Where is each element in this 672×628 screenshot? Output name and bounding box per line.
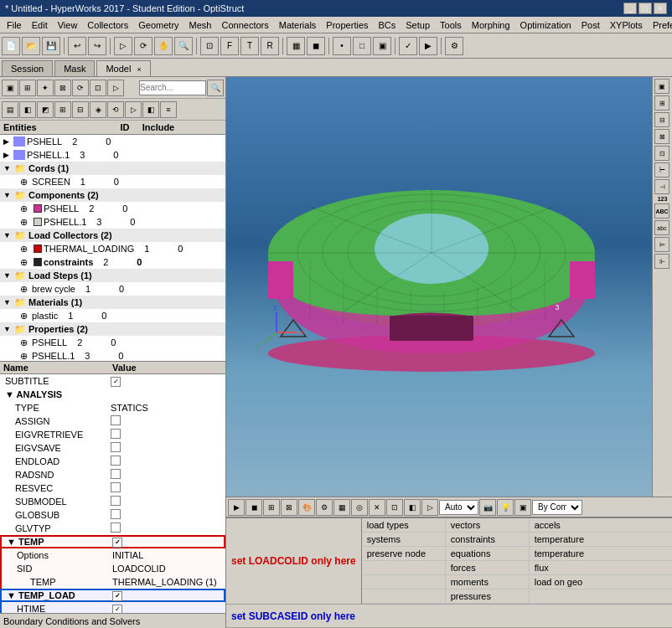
vbt-btn-10[interactable]: ⊡	[386, 499, 403, 516]
nv-row-temp-load[interactable]: ▼ TEMP_LOAD ✓	[0, 589, 225, 602]
popup-cell-2-2[interactable]: constraints	[446, 533, 530, 546]
popup-cell-4-2[interactable]: forces	[446, 561, 530, 574]
toolbar-check[interactable]: ✓	[399, 37, 417, 55]
popup-cell-3-2[interactable]: equations	[446, 547, 530, 560]
menu-collectors[interactable]: Collectors	[82, 18, 133, 32]
rt-btn-5[interactable]: ⊡	[654, 146, 669, 161]
sec-btn-expand[interactable]: ▷	[107, 80, 124, 96]
vbt-btn-9[interactable]: ✕	[369, 499, 385, 516]
popup-cell-5-3[interactable]: load on geo	[530, 575, 613, 589]
expand-icon-ls[interactable]: ▼	[3, 271, 13, 280]
tab-mask[interactable]: Mask	[54, 60, 95, 76]
vbt-btn-8[interactable]: ◎	[351, 499, 368, 516]
sec-btn-1[interactable]: ▣	[2, 80, 18, 96]
tree-row-properties[interactable]: ▼ 📁 Properties (2)	[0, 322, 225, 336]
vbt-btn-cam[interactable]: 📷	[479, 499, 496, 516]
toolbar-new[interactable]: 📄	[2, 37, 20, 55]
nv-row-submodel[interactable]: SUBMODEL	[0, 495, 225, 508]
popup-cell-6-1[interactable]	[362, 589, 446, 603]
toolbar-select[interactable]: ▷	[114, 37, 132, 55]
tree-row-thermal[interactable]: ⊕ THERMAL_LOADING 1 0	[0, 242, 225, 255]
toolbar-rotate[interactable]: ⟳	[134, 37, 152, 55]
nv-row-temp[interactable]: ▼ TEMP ✓	[0, 535, 225, 548]
toolbar-front[interactable]: F	[220, 37, 239, 55]
vbt-btn-11[interactable]: ◧	[404, 499, 421, 516]
menu-properties[interactable]: Properties	[321, 18, 373, 32]
sec-btn-5[interactable]: ⟳	[72, 80, 89, 96]
vbt-btn-1[interactable]: ▶	[228, 499, 245, 516]
tab-session[interactable]: Session	[2, 60, 53, 76]
menu-preferences[interactable]: Preferences	[648, 18, 672, 32]
menu-materials[interactable]: Materials	[274, 18, 322, 32]
rt-btn-6[interactable]: ⊢	[654, 162, 669, 178]
vbt-btn-light[interactable]: 💡	[497, 499, 514, 516]
nv-row-glvtyp[interactable]: GLVTYP	[0, 522, 225, 535]
tree-row-plastic[interactable]: ⊕ plastic 1 0	[0, 309, 225, 322]
popup-cell-1-3[interactable]: accels	[530, 518, 613, 532]
vbt-btn-12[interactable]: ▷	[421, 499, 438, 516]
expand-icon-mat[interactable]: ▼	[3, 298, 13, 306]
sec-btn-6[interactable]: ⊡	[90, 80, 106, 96]
menu-file[interactable]: File	[2, 18, 27, 32]
expand-icon-props[interactable]: ▼	[3, 325, 13, 333]
tree-row-constraints[interactable]: ⊕ constraints 2 0	[0, 255, 225, 269]
vbt-btn-6[interactable]: ⚙	[316, 499, 333, 516]
popup-cell-2-3[interactable]: temperature	[530, 533, 613, 546]
menu-post[interactable]: Post	[576, 18, 605, 32]
tab-model[interactable]: Model ×	[96, 60, 150, 76]
popup-cell-1-2[interactable]: vectors	[446, 518, 530, 532]
sec2-btn-5[interactable]: ⊟	[72, 101, 89, 118]
tree-row-load-steps[interactable]: ▼ 📁 Load Steps (1)	[0, 269, 225, 282]
menu-morphing[interactable]: Morphing	[467, 18, 515, 32]
rt-btn-8[interactable]: ⊨	[654, 237, 669, 252]
popup-cell-1-1[interactable]: load types	[362, 518, 446, 532]
nv-row-temp-sid[interactable]: SID LOADCOLID	[0, 562, 225, 575]
toolbar-redo[interactable]: ↪	[88, 37, 106, 55]
toolbar-run[interactable]: ▶	[419, 37, 437, 55]
nv-row-eigvretrieve[interactable]: EIGVRETRIEVE	[0, 428, 225, 441]
minimize-button[interactable]: _	[623, 3, 637, 14]
popup-cell-6-3[interactable]	[530, 589, 613, 603]
nv-row-analysis[interactable]: ▼ ANALYSIS	[0, 388, 225, 401]
vbt-btn-4[interactable]: ⊠	[281, 499, 297, 516]
vbt-btn-5[interactable]: 🎨	[298, 499, 315, 516]
tree-row-prop-pshell[interactable]: ⊕ PSHELL 2 0	[0, 336, 225, 349]
tree-row-comp-pshell1[interactable]: ⊕ PSHELL.1 3 0	[0, 215, 225, 229]
sec2-btn-8[interactable]: ▷	[125, 101, 142, 118]
sec-btn-4[interactable]: ⊠	[54, 80, 71, 96]
viewport[interactable]: ▣ ⊞ ⊟ ⊠ ⊡ ⊢ ⊣ 123 ABC abc ⊨ ⊩	[226, 77, 672, 497]
vbt-btn-7[interactable]: ▦	[333, 499, 350, 516]
search-input[interactable]	[139, 80, 206, 95]
sec2-btn-3[interactable]: ◩	[37, 101, 54, 118]
nv-row-assign[interactable]: ASSIGN	[0, 414, 225, 428]
menu-connectors[interactable]: Connectors	[216, 18, 273, 32]
rt-btn-abc[interactable]: ABC	[654, 203, 669, 219]
tree-row-components[interactable]: ▼ 📁 Components (2)	[0, 188, 225, 202]
popup-cell-3-3[interactable]: temperature	[530, 547, 613, 560]
sec2-btn-4[interactable]: ⊞	[54, 101, 71, 118]
toolbar-open[interactable]: 📂	[22, 37, 40, 55]
toolbar-pan[interactable]: ✋	[154, 37, 173, 55]
nv-row-eigvsave[interactable]: EIGVSAVE	[0, 441, 225, 455]
tree-row-load-collectors[interactable]: ▼ 📁 Load Collectors (2)	[0, 229, 225, 242]
rt-btn-1[interactable]: ▣	[654, 79, 669, 94]
toolbar-settings[interactable]: ⚙	[445, 37, 463, 55]
sec2-btn-7[interactable]: ⟲	[107, 101, 124, 118]
expand-icon-cords[interactable]: ▼	[3, 164, 13, 172]
expand-icon-lc[interactable]: ▼	[3, 231, 13, 239]
rt-btn-abc2[interactable]: abc	[654, 220, 669, 235]
expand-icon-2[interactable]: ▶	[3, 151, 13, 159]
vbt-btn-mesh2[interactable]: ▣	[514, 499, 531, 516]
toolbar-shaded[interactable]: ◼	[307, 37, 325, 55]
menu-bcs[interactable]: BCs	[374, 18, 401, 32]
sec2-btn-1[interactable]: ▤	[2, 101, 18, 118]
nv-row-endload[interactable]: ENDLOAD	[0, 455, 225, 468]
nv-row-resvec[interactable]: RESVEC	[0, 481, 225, 495]
nv-row-temp-options[interactable]: Options INITIAL	[0, 548, 225, 562]
nv-row-htime[interactable]: HTIME ✓	[0, 602, 225, 613]
tree-row-prop-pshell1[interactable]: ⊕ PSHELL.1 3 0	[0, 349, 225, 362]
close-button[interactable]: ×	[654, 3, 667, 14]
tree-row-pshell[interactable]: ▶ PSHELL 2 0	[0, 135, 225, 148]
toolbar-mesh[interactable]: ▦	[287, 37, 305, 55]
sec2-select[interactable]: ≡	[160, 101, 177, 118]
